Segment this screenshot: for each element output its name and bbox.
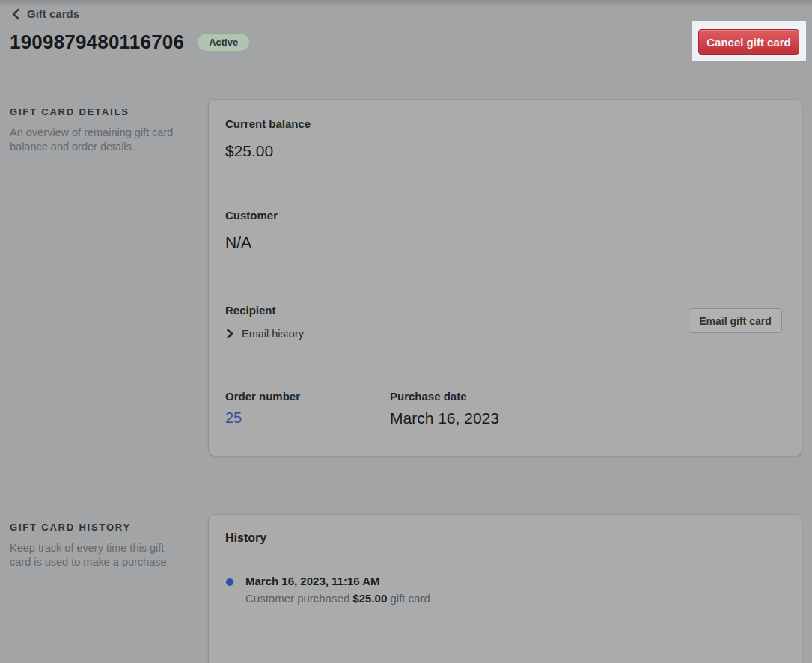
recipient-section: Recipient Email history Email gift card [209, 284, 802, 370]
purchase-date-column: Purchase date March 16, 2023 [390, 390, 499, 456]
page-title: 1909879480116706 [10, 31, 184, 54]
order-section: Order number 25 Purchase date March 16, … [209, 370, 802, 456]
order-number-column: Order number 25 [225, 390, 390, 456]
details-card: Current balance $25.00 Customer N/A Reci… [209, 100, 802, 456]
section-divider [10, 489, 802, 489]
gift-card-history-section: GIFT CARD HISTORY Keep track of every ti… [10, 515, 802, 663]
order-number-link[interactable]: 25 [225, 409, 242, 427]
details-aside: GIFT CARD DETAILS An overview of remaini… [10, 100, 209, 456]
back-chevron-icon [10, 8, 22, 20]
gift-card-details-section: GIFT CARD DETAILS An overview of remaini… [10, 100, 802, 456]
purchase-date-label: Purchase date [390, 390, 499, 403]
timeline-dot-icon [226, 578, 233, 586]
email-history-toggle[interactable]: Email history [225, 328, 304, 340]
customer-label: Customer [225, 209, 785, 221]
breadcrumb[interactable]: Gift cards [10, 7, 79, 20]
details-heading: GIFT CARD DETAILS [10, 106, 179, 117]
email-gift-card-button[interactable]: Email gift card [689, 308, 782, 333]
breadcrumb-label[interactable]: Gift cards [27, 7, 79, 20]
history-event: March 16, 2023, 11:16 AM Customer purcha… [225, 575, 785, 605]
history-description: Keep track of every time this gift card … [10, 541, 179, 569]
history-card: History March 16, 2023, 11:16 AM Custome… [209, 515, 802, 663]
history-event-body: March 16, 2023, 11:16 AM Customer purcha… [245, 575, 430, 605]
email-history-label: Email history [242, 328, 304, 340]
event-description-suffix: gift card [390, 592, 430, 605]
customer-value: N/A [225, 233, 785, 251]
chevron-right-icon [225, 329, 234, 339]
customer-section: Customer N/A [209, 189, 802, 284]
current-balance-label: Current balance [225, 117, 785, 130]
event-description-prefix: Customer purchased [245, 592, 349, 605]
history-event-timestamp: March 16, 2023, 11:16 AM [245, 575, 430, 587]
cancel-gift-card-button[interactable]: Cancel gift card [698, 29, 799, 55]
history-aside: GIFT CARD HISTORY Keep track of every ti… [10, 515, 209, 663]
highlight-overlay: Cancel gift card [692, 21, 806, 61]
current-balance-section: Current balance $25.00 [209, 100, 802, 189]
status-badge: Active [197, 33, 250, 52]
order-number-label: Order number [225, 390, 390, 403]
history-card-title: History [225, 531, 785, 545]
details-description: An overview of remaining gift card balan… [10, 126, 179, 153]
current-balance-value: $25.00 [225, 142, 785, 160]
event-amount: $25.00 [352, 592, 387, 605]
purchase-date-value: March 16, 2023 [390, 409, 499, 427]
history-heading: GIFT CARD HISTORY [10, 522, 179, 533]
gift-card-detail-page: Gift cards 1909879480116706 Active Cance… [0, 0, 812, 663]
history-event-description: Customer purchased $25.00 gift card [245, 592, 430, 605]
title-row: 1909879480116706 Active [10, 31, 250, 54]
